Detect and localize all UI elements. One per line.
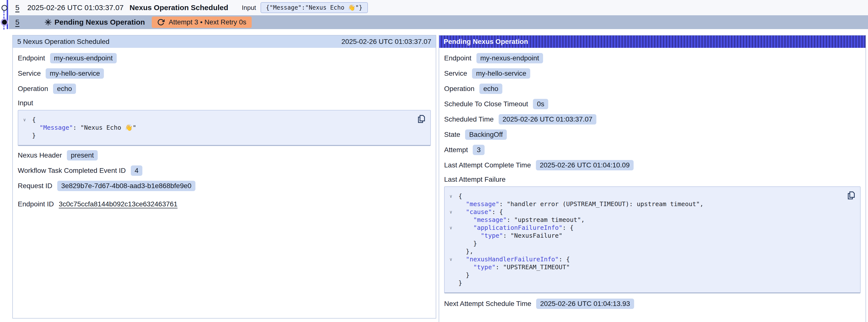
- timeline-event-dot-open[interactable]: [1, 5, 7, 11]
- collapse-caret-icon[interactable]: ∨: [450, 193, 452, 199]
- collapse-caret-icon[interactable]: ∨: [450, 256, 452, 262]
- field-label: Endpoint ID: [18, 200, 54, 208]
- field-value-badge: my-nexus-endpoint: [50, 53, 117, 63]
- event-row-scheduled[interactable]: 5 2025-02-26 UTC 01:03:37.07 Nexus Opera…: [9, 0, 868, 16]
- code-line: }: [32, 132, 413, 139]
- pending-nexus-operation-panel: Pending Nexus Operation Endpointmy-nexus…: [439, 35, 866, 322]
- code-line: },: [458, 248, 843, 255]
- json-text: },: [458, 248, 473, 255]
- field-value-badge: 3: [473, 145, 485, 155]
- service-row: Servicemy-hello-service: [444, 68, 861, 79]
- json-text: {: [32, 116, 36, 123]
- left-panel-header: 5 Nexus Operation Scheduled 2025-02-26 U…: [13, 35, 436, 48]
- code-line: }: [458, 240, 843, 248]
- last-attempt-complete-time-row: Last Attempt Complete Time2025-02-26 UTC…: [444, 160, 861, 171]
- field-label: Endpoint: [18, 54, 45, 62]
- operation-row: Operationecho: [444, 83, 861, 94]
- retry-attempt-badge: Attempt 3 • Next Retry 0s: [152, 17, 252, 28]
- schedule-to-close-timeout-row: Schedule To Close Timeout0s: [444, 99, 861, 109]
- json-text: : "UPSTREAM_TIMEOUT": [496, 264, 570, 271]
- code-line: ∨{: [32, 116, 413, 124]
- json-text: : {: [559, 256, 570, 263]
- state-row: StateBackingOff: [444, 129, 861, 140]
- scheduled-time-row: Scheduled Time2025-02-26 UTC 01:03:37.07: [444, 114, 861, 125]
- event-title: Nexus Operation Scheduled: [129, 3, 228, 12]
- field-label: Service: [18, 69, 41, 77]
- input-label: Input: [242, 4, 256, 11]
- event-id-link[interactable]: 5: [15, 18, 20, 26]
- left-panel-rows-bottom: Nexus HeaderpresentWorkflow Task Complet…: [13, 150, 436, 210]
- endpoint-row: Endpointmy-nexus-endpoint: [444, 53, 861, 64]
- field-value-badge: 2025-02-26 UTC 01:04:13.93: [536, 298, 634, 309]
- field-label: Operation: [18, 85, 48, 93]
- attempt-row: Attempt3: [444, 144, 861, 155]
- nexus-header-row: Nexus Headerpresent: [18, 150, 431, 161]
- json-text: [458, 216, 473, 223]
- code-line: "type": "NexusFailure": [458, 232, 843, 240]
- failure-json-block: ∨{ "message": "handler error (UPSTREAM_T…: [444, 186, 861, 293]
- copy-button[interactable]: [417, 115, 426, 123]
- json-key: "nexusHandlerFailureInfo": [466, 256, 559, 263]
- json-key: "cause": [466, 208, 492, 216]
- json-key: "Message": [39, 124, 73, 131]
- collapse-caret-icon[interactable]: ∨: [23, 117, 26, 123]
- json-text: [458, 208, 466, 216]
- retry-badge-label: Attempt 3 • Next Retry 0s: [168, 18, 246, 26]
- code-line: "message": "upstream timeout",: [458, 216, 843, 224]
- field-value-badge: BackingOff: [465, 129, 506, 140]
- field-label: Schedule To Close Timeout: [444, 100, 528, 108]
- field-label: State: [444, 131, 460, 138]
- code-line: "type": "UPSTREAM_TIMEOUT": [458, 263, 843, 271]
- pending-asterisk-icon: [45, 19, 52, 26]
- field-value-badge: my-nexus-endpoint: [476, 53, 543, 63]
- endpoint-row: Endpointmy-nexus-endpoint: [18, 53, 431, 64]
- right-panel-title: Pending Nexus Operation: [444, 38, 528, 45]
- field-label: Attempt: [444, 146, 468, 154]
- left-panel-rows-top: Endpointmy-nexus-endpointServicemy-hello…: [13, 53, 436, 94]
- event-id-link[interactable]: 5: [15, 3, 20, 12]
- field-value-badge: 3e829b7e-7d67-4b08-aad3-b1e868bfe9e0: [57, 181, 195, 191]
- collapse-caret-icon[interactable]: ∨: [450, 209, 452, 215]
- json-text: : "handler error (UPSTREAM_TIMEOUT): ups…: [499, 200, 704, 207]
- field-label: Request ID: [18, 182, 52, 190]
- service-row: Servicemy-hello-service: [18, 68, 431, 79]
- field-value-badge: echo: [53, 84, 76, 94]
- input-field-label: Input: [18, 99, 431, 107]
- right-panel-header: Pending Nexus Operation: [439, 35, 866, 48]
- json-text: }: [458, 279, 462, 287]
- timeline-event-dot-selected[interactable]: [2, 20, 7, 25]
- json-text: [32, 124, 39, 131]
- timeline-accent-bar: [7, 0, 8, 29]
- json-text: : "upstream timeout",: [507, 216, 585, 223]
- field-value-badge: 2025-02-26 UTC 01:04:10.09: [536, 160, 633, 170]
- json-text: : "Nexus Echo 👋": [73, 124, 136, 131]
- json-key: "type": [473, 264, 495, 271]
- operation-row: Operationecho: [18, 83, 431, 94]
- code-line: "Message": "Nexus Echo 👋": [32, 124, 413, 132]
- field-label: Scheduled Time: [444, 116, 494, 123]
- copy-icon: [847, 191, 855, 200]
- field-label: Workflow Task Completed Event ID: [18, 167, 126, 174]
- json-key: "message": [466, 200, 499, 207]
- json-text: }: [32, 132, 36, 139]
- field-label: Operation: [444, 85, 474, 93]
- field-value-link[interactable]: 3c0c75ccfa8144b092c13ce632463761: [59, 200, 177, 208]
- json-text: [458, 256, 466, 263]
- endpoint-id-row: Endpoint ID3c0c75ccfa8144b092c13ce632463…: [18, 199, 431, 210]
- right-panel-rows-bottom: Next Attempt Schedule Time2025-02-26 UTC…: [439, 298, 866, 309]
- collapse-caret-icon[interactable]: ∨: [450, 225, 452, 231]
- request-id-row: Request ID3e829b7e-7d67-4b08-aad3-b1e868…: [18, 181, 431, 191]
- input-json-block: ∨{ "Message": "Nexus Echo 👋"}: [18, 110, 431, 146]
- right-panel-rows-top: Endpointmy-nexus-endpointServicemy-hello…: [439, 53, 866, 171]
- copy-button[interactable]: [847, 191, 856, 200]
- field-value-badge: 0s: [533, 99, 548, 109]
- code-line: ∨{: [458, 192, 843, 200]
- code-line: ∨ "cause": {: [458, 208, 843, 216]
- field-value-badge: present: [67, 150, 98, 161]
- json-text: }: [458, 240, 477, 247]
- event-row-pending[interactable]: 5 Pending Nexus Operation Attempt 3 • Ne…: [9, 15, 868, 29]
- field-label: Last Attempt Complete Time: [444, 161, 531, 169]
- json-text: [458, 264, 473, 271]
- left-panel-timestamp: 2025-02-26 UTC 01:03:37.07: [341, 38, 431, 45]
- failure-json-lines: ∨{ "message": "handler error (UPSTREAM_T…: [458, 192, 843, 287]
